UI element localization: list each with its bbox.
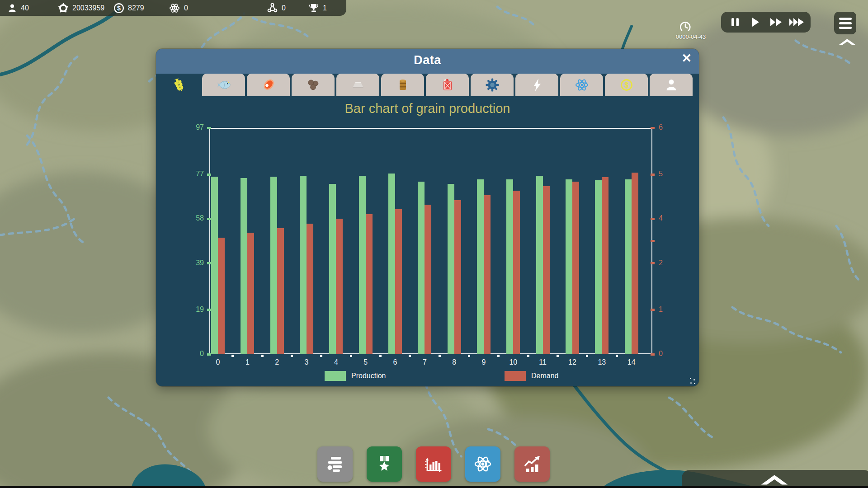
right-axis-tick-label: 4 — [659, 214, 677, 222]
demand-bar — [513, 191, 520, 354]
chevron-up-icon[interactable] — [760, 474, 789, 485]
x-axis-label: 0 — [210, 358, 226, 366]
right-axis-tick-label: 5 — [659, 170, 677, 178]
production-bar — [506, 179, 513, 354]
production-bar — [448, 184, 454, 354]
resource-value: 40 — [21, 4, 29, 12]
x-axis-tick — [291, 355, 293, 357]
network-icon — [267, 2, 278, 14]
list-icon — [325, 454, 345, 474]
right-axis-tick — [651, 262, 655, 264]
x-axis-label: 5 — [358, 358, 373, 366]
x-axis-label: 11 — [535, 358, 551, 366]
trend-icon — [522, 454, 542, 474]
data-dialog: Data ✕ — [156, 49, 699, 386]
x-axis-label: 6 — [387, 358, 403, 366]
fast-forward-button[interactable] — [768, 14, 784, 30]
science-button[interactable] — [465, 446, 500, 482]
demand-bar — [602, 177, 609, 354]
play-button[interactable] — [747, 14, 764, 30]
x-axis-label: 9 — [476, 358, 491, 366]
left-axis-tick — [207, 174, 211, 176]
x-axis-label: 7 — [417, 358, 432, 366]
demand-bar — [484, 195, 491, 354]
resize-handle[interactable] — [689, 378, 695, 384]
right-axis-tick-label: 1 — [659, 305, 677, 314]
atom-icon — [472, 453, 494, 475]
right-axis-tick — [651, 218, 655, 220]
game-date: 0000-04-43 — [665, 33, 717, 40]
demand-bar — [336, 219, 343, 354]
resource-population: 40 — [7, 0, 29, 16]
right-axis-tick-label: 2 — [659, 259, 677, 267]
right-axis-tick-label: 0 — [659, 350, 677, 358]
chevron-up-icon[interactable] — [839, 38, 855, 45]
left-axis-tick — [207, 127, 211, 129]
production-bar — [418, 182, 425, 354]
resource-value: 0 — [184, 4, 188, 12]
x-axis-tick — [439, 355, 441, 357]
achievements-button[interactable] — [367, 446, 402, 482]
left-axis-tick — [207, 353, 211, 356]
resource-money: $ 8279 — [113, 0, 144, 16]
production-bar — [329, 184, 336, 354]
left-axis-tick — [207, 262, 211, 264]
bottom-right-panel — [682, 470, 868, 488]
x-axis-label: 4 — [328, 358, 344, 366]
demand-bar — [543, 186, 550, 354]
production-bar — [595, 180, 602, 354]
legend-production: Production — [325, 371, 386, 381]
fastest-button[interactable] — [788, 14, 805, 30]
left-axis-tick-label: 19 — [186, 305, 204, 314]
production-bar — [625, 179, 632, 354]
x-axis-tick — [409, 355, 411, 357]
x-axis-tick — [468, 355, 470, 357]
info-panel-button[interactable] — [317, 446, 353, 482]
right-axis-minor-tick — [651, 240, 655, 242]
production-bar — [566, 179, 572, 354]
x-axis-label: 3 — [299, 358, 314, 366]
x-axis-label: 1 — [240, 358, 255, 366]
demand-bar — [277, 228, 284, 354]
resource-production: 20033959 — [58, 0, 104, 16]
x-axis-tick — [497, 355, 500, 357]
pause-button[interactable] — [727, 14, 743, 30]
statistics-button[interactable] — [514, 446, 550, 482]
resource-value: 0 — [282, 4, 286, 12]
menu-button[interactable] — [834, 12, 856, 34]
right-axis-tick — [651, 174, 655, 176]
screen-edge — [0, 486, 868, 488]
left-axis-tick — [207, 309, 211, 311]
left-axis-tick-label: 39 — [186, 259, 204, 267]
legend-label: Demand — [531, 372, 558, 380]
demand-bar — [395, 209, 402, 354]
x-axis-label: 8 — [447, 358, 462, 366]
left-axis-tick-label: 97 — [186, 123, 204, 131]
x-axis-label: 14 — [624, 358, 639, 366]
right-axis-tick — [651, 127, 655, 129]
left-axis-tick-label: 58 — [186, 214, 204, 222]
production-bar — [359, 176, 366, 354]
production-bar — [388, 174, 395, 354]
x-axis-tick — [379, 355, 382, 357]
x-axis-label: 12 — [565, 358, 580, 366]
x-axis-tick — [261, 355, 264, 357]
clock-icon — [679, 20, 692, 33]
demand-bar — [307, 224, 313, 354]
demand-swatch — [505, 371, 526, 381]
svg-text:$: $ — [117, 5, 121, 12]
right-axis-tick — [651, 309, 655, 311]
production-bar — [270, 177, 277, 354]
production-bar — [477, 179, 484, 354]
x-axis-tick — [350, 355, 352, 357]
left-axis-tick — [207, 218, 211, 220]
production-bar — [536, 176, 543, 354]
x-axis-tick — [616, 355, 618, 357]
production-bar — [211, 177, 218, 354]
data-charts-button[interactable] — [416, 446, 451, 482]
person-icon — [7, 3, 17, 13]
right-axis-tick — [651, 353, 655, 356]
resource-value: 8279 — [128, 4, 144, 12]
demand-bar — [572, 182, 579, 354]
demand-bar — [454, 200, 461, 354]
